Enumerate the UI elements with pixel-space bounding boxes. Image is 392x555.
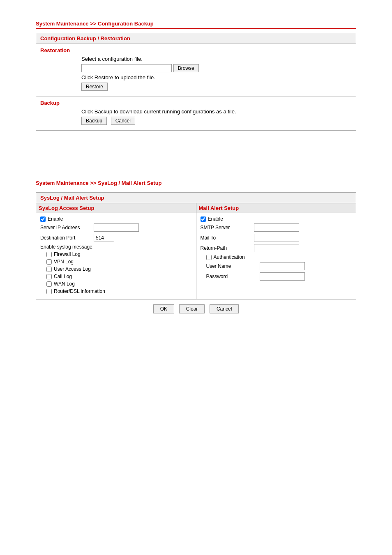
syslog-enable-checkbox[interactable] xyxy=(40,216,46,222)
backup-cancel-button[interactable]: Cancel xyxy=(111,117,135,125)
config-backup-breadcrumb: System Maintenance >> Configuration Back… xyxy=(36,21,356,27)
ok-button[interactable]: OK xyxy=(153,304,174,313)
smtp-server-row: SMTP Server xyxy=(201,223,352,232)
mail-alert-col-header: Mail Alert Setup xyxy=(196,203,356,213)
call-log-label: Call Log xyxy=(54,274,72,279)
mail-enable-row: Enable xyxy=(201,216,352,222)
server-ip-input[interactable] xyxy=(94,223,139,232)
config-backup-divider xyxy=(36,28,356,29)
select-config-text: Select a configuration file. xyxy=(81,56,352,62)
config-backup-panel: Configuration Backup / Restoration Resto… xyxy=(36,33,356,131)
firewall-log-label: Firewall Log xyxy=(54,251,81,257)
password-label: Password xyxy=(206,274,260,279)
router-dsl-row: Router/DSL information xyxy=(46,288,192,294)
user-access-log-row: User Access Log xyxy=(46,266,192,272)
backup-label: Backup xyxy=(40,100,352,106)
vpn-log-label: VPN Log xyxy=(54,259,74,265)
vpn-log-row: VPN Log xyxy=(46,259,192,265)
restoration-section: Restoration Select a configuration file.… xyxy=(36,44,356,96)
return-path-input[interactable] xyxy=(254,244,299,252)
restore-info-text: Click Restore to upload the file. xyxy=(81,74,352,81)
config-backup-section: System Maintenance >> Configuration Back… xyxy=(36,21,356,131)
return-path-label: Return-Path xyxy=(201,245,254,251)
wan-log-row: WAN Log xyxy=(46,281,192,287)
syslog-checkboxes: Firewall Log VPN Log User Access Log xyxy=(46,251,192,294)
syslog-enable-label: Enable xyxy=(48,216,63,222)
syslog-panel-title: SysLog / Mail Alert Setup xyxy=(36,193,356,203)
server-ip-row: Server IP Address xyxy=(40,223,192,232)
auth-row: Authentication xyxy=(206,254,352,260)
username-label: User Name xyxy=(206,263,260,269)
backup-section: Backup Click Backup to download current … xyxy=(36,97,356,130)
restoration-content: Select a configuration file. Browse Clic… xyxy=(40,56,352,91)
auth-checkbox[interactable] xyxy=(206,255,212,260)
wan-log-checkbox[interactable] xyxy=(46,281,52,287)
syslog-col-header: SysLog Access Setup xyxy=(36,203,196,213)
call-log-row: Call Log xyxy=(46,274,192,279)
syslog-divider xyxy=(36,188,356,188)
browse-button[interactable]: Browse xyxy=(173,64,199,72)
mail-alert-col-right: Mail Alert Setup Enable SMTP Server xyxy=(196,203,356,299)
router-dsl-checkbox[interactable] xyxy=(46,289,52,294)
user-access-log-checkbox[interactable] xyxy=(46,267,52,272)
firewall-log-row: Firewall Log xyxy=(46,251,192,257)
mail-to-row: Mail To xyxy=(201,234,352,242)
backup-button[interactable]: Backup xyxy=(81,117,107,125)
clear-button[interactable]: Clear xyxy=(179,304,205,313)
cancel-button[interactable]: Cancel xyxy=(210,304,239,313)
username-row: User Name xyxy=(206,262,352,270)
mail-enable-checkbox[interactable] xyxy=(201,216,206,222)
smtp-server-input[interactable] xyxy=(254,223,299,232)
return-path-row: Return-Path xyxy=(201,244,352,252)
server-ip-label: Server IP Address xyxy=(40,225,94,230)
call-log-checkbox[interactable] xyxy=(46,274,52,279)
config-backup-panel-title: Configuration Backup / Restoration xyxy=(36,33,356,44)
password-input[interactable] xyxy=(260,272,305,281)
router-dsl-label: Router/DSL information xyxy=(54,288,105,294)
section-spacer xyxy=(8,143,384,168)
auth-label: Authentication xyxy=(214,254,245,260)
config-backup-panel-body: Restoration Select a configuration file.… xyxy=(36,44,356,130)
config-file-input[interactable] xyxy=(81,64,172,72)
file-input-row: Browse xyxy=(81,64,352,72)
mail-to-label: Mail To xyxy=(201,235,254,241)
backup-content: Click Backup to download current running… xyxy=(40,108,352,125)
syslog-enable-row: Enable xyxy=(40,216,192,222)
syslog-two-col: SysLog Access Setup Enable Server IP Add… xyxy=(36,203,356,299)
page-wrapper: System Maintenance >> Configuration Back… xyxy=(0,0,392,555)
restore-button[interactable]: Restore xyxy=(81,83,108,91)
restoration-label: Restoration xyxy=(40,47,352,53)
syslog-breadcrumb: System Maintenance >> SysLog / Mail Aler… xyxy=(36,180,356,186)
syslog-panel: SysLog / Mail Alert Setup SysLog Access … xyxy=(36,192,356,299)
syslog-panel-body: SysLog Access Setup Enable Server IP Add… xyxy=(36,203,356,299)
user-access-log-label: User Access Log xyxy=(54,266,91,272)
syslog-col-left: SysLog Access Setup Enable Server IP Add… xyxy=(36,203,196,299)
syslog-mail-section: System Maintenance >> SysLog / Mail Aler… xyxy=(36,180,356,313)
syslog-buttons-row: OK Clear Cancel xyxy=(36,304,356,313)
backup-buttons-row: Backup Cancel xyxy=(81,117,352,125)
mail-enable-label: Enable xyxy=(208,216,223,222)
enable-syslog-label: Enable syslog message: xyxy=(40,244,192,250)
dest-port-label: Destination Port xyxy=(40,235,94,241)
dest-port-row: Destination Port xyxy=(40,234,192,242)
password-row: Password xyxy=(206,272,352,281)
restore-button-row: Restore xyxy=(81,83,352,91)
backup-info-text: Click Backup to download current running… xyxy=(81,108,352,115)
wan-log-label: WAN Log xyxy=(54,281,75,287)
mail-to-input[interactable] xyxy=(254,234,299,242)
vpn-log-checkbox[interactable] xyxy=(46,259,52,265)
smtp-server-label: SMTP Server xyxy=(201,225,254,230)
username-input[interactable] xyxy=(260,262,305,270)
firewall-log-checkbox[interactable] xyxy=(46,252,52,257)
dest-port-input[interactable] xyxy=(94,234,114,242)
